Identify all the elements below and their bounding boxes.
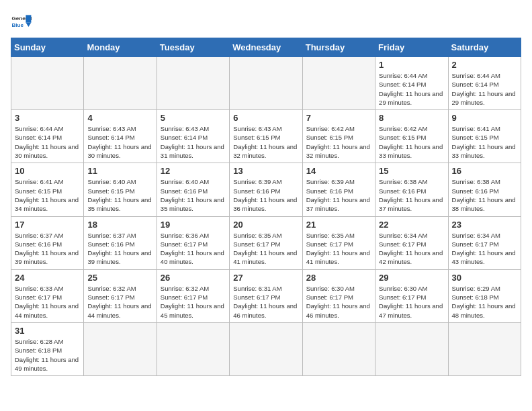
svg-marker-2 — [26, 15, 31, 22]
weekday-header-thursday: Thursday — [302, 38, 375, 57]
calendar-week-6: 31Sunrise: 6:28 AM Sunset: 6:18 PM Dayli… — [11, 322, 521, 375]
day-info: Sunrise: 6:42 AM Sunset: 6:15 PM Dayligh… — [306, 124, 371, 160]
day-info: Sunrise: 6:35 AM Sunset: 6:17 PM Dayligh… — [306, 231, 371, 267]
day-info: Sunrise: 6:43 AM Sunset: 6:15 PM Dayligh… — [233, 124, 298, 160]
day-info: Sunrise: 6:37 AM Sunset: 6:16 PM Dayligh… — [87, 231, 152, 267]
day-info: Sunrise: 6:33 AM Sunset: 6:17 PM Dayligh… — [15, 284, 80, 320]
calendar-cell: 3Sunrise: 6:44 AM Sunset: 6:14 PM Daylig… — [11, 110, 84, 163]
day-number: 3 — [15, 113, 80, 123]
day-number: 17 — [15, 220, 80, 230]
day-number: 21 — [306, 220, 371, 230]
weekday-header-monday: Monday — [84, 38, 157, 57]
day-info: Sunrise: 6:34 AM Sunset: 6:17 PM Dayligh… — [379, 231, 444, 267]
general-blue-logo-icon: General Blue — [11, 11, 32, 32]
calendar-cell — [448, 322, 521, 375]
calendar-cell: 22Sunrise: 6:34 AM Sunset: 6:17 PM Dayli… — [375, 216, 448, 269]
day-info: Sunrise: 6:41 AM Sunset: 6:15 PM Dayligh… — [452, 124, 517, 160]
day-info: Sunrise: 6:30 AM Sunset: 6:17 PM Dayligh… — [379, 284, 444, 320]
weekday-header-sunday: Sunday — [11, 38, 84, 57]
calendar-cell: 31Sunrise: 6:28 AM Sunset: 6:18 PM Dayli… — [11, 322, 84, 375]
calendar-week-2: 3Sunrise: 6:44 AM Sunset: 6:14 PM Daylig… — [11, 110, 521, 163]
day-info: Sunrise: 6:40 AM Sunset: 6:15 PM Dayligh… — [87, 177, 152, 213]
calendar-cell — [302, 57, 375, 110]
weekday-header-tuesday: Tuesday — [157, 38, 229, 57]
calendar-cell: 9Sunrise: 6:41 AM Sunset: 6:15 PM Daylig… — [448, 110, 521, 163]
weekday-header-friday: Friday — [375, 38, 448, 57]
calendar-cell: 2Sunrise: 6:44 AM Sunset: 6:14 PM Daylig… — [448, 57, 521, 110]
weekday-header-saturday: Saturday — [448, 38, 521, 57]
day-info: Sunrise: 6:38 AM Sunset: 6:16 PM Dayligh… — [452, 177, 517, 213]
day-info: Sunrise: 6:39 AM Sunset: 6:16 PM Dayligh… — [306, 177, 371, 213]
day-info: Sunrise: 6:43 AM Sunset: 6:14 PM Dayligh… — [161, 124, 226, 160]
weekday-header-wednesday: Wednesday — [230, 38, 302, 57]
calendar-cell: 4Sunrise: 6:43 AM Sunset: 6:14 PM Daylig… — [84, 110, 157, 163]
day-info: Sunrise: 6:30 AM Sunset: 6:17 PM Dayligh… — [306, 284, 371, 320]
calendar-cell: 13Sunrise: 6:39 AM Sunset: 6:16 PM Dayli… — [230, 163, 302, 216]
calendar-cell — [302, 322, 375, 375]
day-info: Sunrise: 6:43 AM Sunset: 6:14 PM Dayligh… — [87, 124, 152, 160]
day-number: 8 — [379, 113, 444, 123]
calendar-cell: 11Sunrise: 6:40 AM Sunset: 6:15 PM Dayli… — [84, 163, 157, 216]
calendar-cell: 7Sunrise: 6:42 AM Sunset: 6:15 PM Daylig… — [302, 110, 375, 163]
day-info: Sunrise: 6:42 AM Sunset: 6:15 PM Dayligh… — [379, 124, 444, 160]
calendar-cell: 24Sunrise: 6:33 AM Sunset: 6:17 PM Dayli… — [11, 269, 84, 322]
day-number: 30 — [452, 273, 517, 283]
day-number: 7 — [306, 113, 371, 123]
svg-text:Blue: Blue — [12, 22, 24, 28]
header: General Blue — [11, 11, 521, 32]
calendar-cell: 18Sunrise: 6:37 AM Sunset: 6:16 PM Dayli… — [84, 216, 157, 269]
calendar: SundayMondayTuesdayWednesdayThursdayFrid… — [11, 38, 521, 376]
calendar-cell: 8Sunrise: 6:42 AM Sunset: 6:15 PM Daylig… — [375, 110, 448, 163]
calendar-header: SundayMondayTuesdayWednesdayThursdayFrid… — [11, 38, 521, 57]
day-info: Sunrise: 6:44 AM Sunset: 6:14 PM Dayligh… — [379, 71, 444, 107]
day-info: Sunrise: 6:38 AM Sunset: 6:16 PM Dayligh… — [379, 177, 444, 213]
day-info: Sunrise: 6:36 AM Sunset: 6:17 PM Dayligh… — [161, 231, 226, 267]
day-info: Sunrise: 6:37 AM Sunset: 6:16 PM Dayligh… — [15, 231, 80, 267]
day-number: 2 — [452, 60, 517, 70]
day-number: 28 — [306, 273, 371, 283]
calendar-cell: 25Sunrise: 6:32 AM Sunset: 6:17 PM Dayli… — [84, 269, 157, 322]
calendar-cell — [11, 57, 84, 110]
day-number: 9 — [452, 113, 517, 123]
calendar-cell — [375, 322, 448, 375]
calendar-cell: 14Sunrise: 6:39 AM Sunset: 6:16 PM Dayli… — [302, 163, 375, 216]
day-info: Sunrise: 6:40 AM Sunset: 6:16 PM Dayligh… — [161, 177, 226, 213]
day-info: Sunrise: 6:44 AM Sunset: 6:14 PM Dayligh… — [15, 124, 80, 160]
day-number: 4 — [87, 113, 152, 123]
day-number: 10 — [15, 166, 80, 176]
calendar-week-4: 17Sunrise: 6:37 AM Sunset: 6:16 PM Dayli… — [11, 216, 521, 269]
day-number: 5 — [161, 113, 226, 123]
day-number: 14 — [306, 166, 371, 176]
day-number: 15 — [379, 166, 444, 176]
calendar-cell — [230, 57, 302, 110]
day-number: 22 — [379, 220, 444, 230]
calendar-cell — [84, 322, 157, 375]
calendar-cell: 30Sunrise: 6:29 AM Sunset: 6:18 PM Dayli… — [448, 269, 521, 322]
day-info: Sunrise: 6:34 AM Sunset: 6:17 PM Dayligh… — [452, 231, 517, 267]
calendar-week-5: 24Sunrise: 6:33 AM Sunset: 6:17 PM Dayli… — [11, 269, 521, 322]
calendar-cell — [84, 57, 157, 110]
calendar-cell: 10Sunrise: 6:41 AM Sunset: 6:15 PM Dayli… — [11, 163, 84, 216]
calendar-cell: 21Sunrise: 6:35 AM Sunset: 6:17 PM Dayli… — [302, 216, 375, 269]
day-number: 6 — [233, 113, 298, 123]
weekday-header-row: SundayMondayTuesdayWednesdayThursdayFrid… — [11, 38, 521, 57]
calendar-cell: 1Sunrise: 6:44 AM Sunset: 6:14 PM Daylig… — [375, 57, 448, 110]
calendar-cell: 17Sunrise: 6:37 AM Sunset: 6:16 PM Dayli… — [11, 216, 84, 269]
day-number: 11 — [87, 166, 152, 176]
calendar-cell: 16Sunrise: 6:38 AM Sunset: 6:16 PM Dayli… — [448, 163, 521, 216]
calendar-cell: 23Sunrise: 6:34 AM Sunset: 6:17 PM Dayli… — [448, 216, 521, 269]
calendar-cell — [230, 322, 302, 375]
day-number: 27 — [233, 273, 298, 283]
day-info: Sunrise: 6:39 AM Sunset: 6:16 PM Dayligh… — [233, 177, 298, 213]
day-number: 29 — [379, 273, 444, 283]
calendar-body: 1Sunrise: 6:44 AM Sunset: 6:14 PM Daylig… — [11, 57, 521, 376]
day-number: 31 — [15, 326, 80, 336]
day-info: Sunrise: 6:41 AM Sunset: 6:15 PM Dayligh… — [15, 177, 80, 213]
day-number: 1 — [379, 60, 444, 70]
calendar-cell — [157, 322, 229, 375]
calendar-cell: 26Sunrise: 6:32 AM Sunset: 6:17 PM Dayli… — [157, 269, 229, 322]
day-info: Sunrise: 6:28 AM Sunset: 6:18 PM Dayligh… — [15, 337, 80, 373]
day-number: 12 — [161, 166, 226, 176]
svg-marker-3 — [26, 23, 31, 27]
day-number: 18 — [87, 220, 152, 230]
